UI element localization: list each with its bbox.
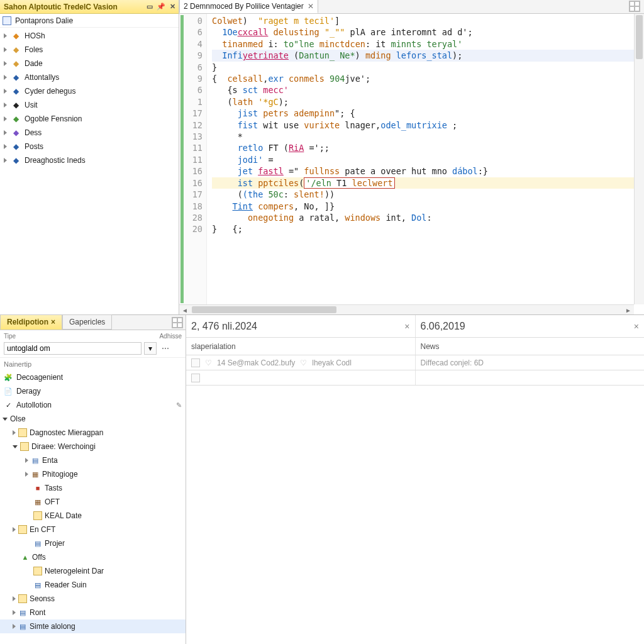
nav-tree-item[interactable]: Dagnostec Mieragpan bbox=[0, 426, 186, 440]
expand-icon[interactable] bbox=[4, 89, 7, 94]
folder-icon bbox=[33, 511, 42, 520]
item-label: Attontallys bbox=[25, 73, 59, 82]
category-label: Autollotion bbox=[16, 401, 52, 409]
expand-icon[interactable] bbox=[4, 47, 7, 52]
section-label: Nainertip bbox=[0, 358, 186, 370]
file-tab[interactable]: 2 Demnmoced By Polilice Ventagier ✕ bbox=[179, 0, 318, 13]
nav-label: Projer bbox=[45, 539, 65, 548]
scroll-left-icon[interactable]: ◄ bbox=[180, 306, 189, 314]
expand-icon[interactable] bbox=[4, 116, 7, 121]
code-text[interactable]: Colwet) "raget m tecil'] 1Oecxcall delus… bbox=[207, 14, 634, 235]
pin-icon[interactable]: 📌 bbox=[156, 2, 166, 12]
project-item[interactable]: ◆ Attontallys bbox=[0, 70, 179, 84]
vertical-scrollbar[interactable] bbox=[634, 14, 644, 304]
expand-icon[interactable] bbox=[4, 158, 7, 163]
label-address: Adhisse bbox=[159, 333, 182, 340]
nav-tree-item[interactable]: Olse bbox=[0, 412, 186, 426]
expand-icon[interactable] bbox=[13, 430, 16, 435]
category-item[interactable]: 📄 Deragy bbox=[0, 384, 186, 398]
tab-reldipotion[interactable]: Reldipotion × bbox=[0, 314, 62, 330]
expand-icon[interactable] bbox=[13, 527, 16, 532]
nav-label: Phitogioge bbox=[42, 470, 78, 479]
expand-icon[interactable] bbox=[4, 130, 7, 135]
project-item[interactable]: ◆ Posts bbox=[0, 140, 179, 153]
nav-tree-item[interactable]: ■Tasts bbox=[0, 481, 186, 495]
nav-tree-item[interactable]: Seonss bbox=[0, 592, 186, 606]
close-icon[interactable]: ✕ bbox=[167, 2, 177, 12]
project-item[interactable]: ◆ Dade bbox=[0, 57, 179, 70]
project-item[interactable]: ◆ Cyder dehegus bbox=[0, 84, 179, 98]
nav-tree-item[interactable]: ▤Enta bbox=[0, 453, 186, 467]
nav-tree-item[interactable]: ▤Reader Suin bbox=[0, 578, 186, 592]
folder-icon bbox=[18, 428, 27, 437]
item-label: Dade bbox=[25, 59, 43, 68]
tab-close-icon[interactable]: × bbox=[51, 318, 55, 326]
nav-tree-item[interactable]: ▤Projer bbox=[0, 536, 186, 550]
file-icon: ▤ bbox=[33, 580, 42, 589]
expand-icon[interactable] bbox=[13, 596, 16, 601]
close-icon[interactable]: × bbox=[634, 321, 639, 331]
expand-icon[interactable] bbox=[4, 61, 7, 66]
nav-tree-item[interactable]: KEAL Date bbox=[0, 509, 186, 523]
item-icon: ◆ bbox=[11, 45, 21, 55]
category-item[interactable]: ✓ Autollotion ✎ bbox=[0, 398, 186, 412]
item-label: HOSh bbox=[25, 31, 45, 40]
split-view-icon[interactable] bbox=[629, 1, 640, 12]
expand-icon[interactable] bbox=[25, 458, 28, 463]
tab-close-icon[interactable]: ✕ bbox=[308, 2, 314, 11]
project-item[interactable]: ◆ Foles bbox=[0, 43, 179, 57]
item-icon: ◆ bbox=[11, 142, 21, 152]
heart-icon[interactable]: ♡ bbox=[205, 358, 212, 367]
panel-titlebar[interactable]: Sahon Alptoutic TredelC Vasion ▭ 📌 ✕ bbox=[0, 0, 179, 14]
nav-tree-item[interactable]: ▦Phitogioge bbox=[0, 467, 186, 481]
nav-tree-item[interactable]: Neterogeleint Dar bbox=[0, 564, 186, 578]
category-item[interactable]: 🧩 Decoagenient bbox=[0, 370, 186, 384]
expand-icon[interactable] bbox=[4, 33, 7, 38]
expand-icon[interactable] bbox=[25, 472, 28, 477]
edit-icon[interactable]: ✎ bbox=[176, 401, 182, 409]
scroll-right-icon[interactable]: ► bbox=[624, 306, 633, 314]
navigator-tabs: Reldipotion × Gapericles bbox=[0, 315, 186, 330]
project-item[interactable]: ◆ Dreaghostic Ineds bbox=[0, 153, 179, 167]
heart-icon[interactable]: ♡ bbox=[300, 358, 307, 367]
expand-icon[interactable] bbox=[4, 103, 7, 108]
nav-tree-item[interactable]: En CFT bbox=[0, 523, 186, 536]
h-thumb[interactable] bbox=[192, 306, 336, 313]
solution-root[interactable]: Pontaprons Dalie bbox=[0, 14, 179, 28]
compare-date: 2, 476 nli.2024 bbox=[191, 321, 257, 332]
minimize-icon[interactable]: ▭ bbox=[145, 2, 155, 12]
nav-tree-item[interactable]: ▤Ront bbox=[0, 606, 186, 619]
v-thumb[interactable] bbox=[636, 15, 643, 59]
more-options-icon[interactable]: ⋯ bbox=[159, 344, 172, 353]
close-icon[interactable]: × bbox=[404, 321, 409, 331]
folder-icon bbox=[33, 567, 42, 575]
collapse-icon[interactable] bbox=[3, 418, 8, 421]
compare-right-subtitle: News bbox=[416, 338, 645, 355]
expand-icon[interactable] bbox=[13, 624, 16, 629]
filter-input[interactable] bbox=[4, 342, 142, 355]
nav-tree-item[interactable]: Diraee: Werchoingi bbox=[0, 440, 186, 453]
collapse-icon[interactable] bbox=[13, 445, 18, 448]
split-view-icon[interactable] bbox=[172, 317, 183, 328]
expand-icon[interactable] bbox=[13, 610, 16, 615]
compare-left-header[interactable]: 2, 476 nli.2024 × bbox=[186, 315, 416, 337]
item-icon: ◆ bbox=[11, 72, 21, 82]
item-icon: ◆ bbox=[11, 128, 21, 138]
tab-label: Reldipotion bbox=[7, 318, 48, 326]
nav-tree-item[interactable]: ▦OFT bbox=[0, 495, 186, 509]
project-item[interactable]: ◆ Ogoble Fensnion bbox=[0, 112, 179, 126]
nav-tree-item[interactable]: ▤Simte alolong bbox=[0, 619, 186, 633]
nav-label: Olse bbox=[10, 414, 26, 423]
tab-gapericles[interactable]: Gapericles bbox=[62, 314, 112, 330]
expand-icon[interactable] bbox=[4, 75, 7, 80]
compare-right-header[interactable]: 6.06,2019 × bbox=[416, 315, 645, 337]
nav-tree-item[interactable]: ▲Offs bbox=[0, 550, 186, 564]
project-item[interactable]: ◆ Dess bbox=[0, 126, 179, 140]
horizontal-scrollbar[interactable]: ◄ ► bbox=[179, 304, 634, 314]
code-area[interactable]: 064969611712131111161617182820 Colwet) "… bbox=[179, 14, 644, 314]
compare-date: 6.06,2019 bbox=[421, 321, 465, 332]
expand-icon[interactable] bbox=[4, 144, 7, 149]
project-item[interactable]: ◆ Usit bbox=[0, 98, 179, 112]
dropdown-toggle-icon[interactable]: ▾ bbox=[144, 342, 157, 355]
project-item[interactable]: ◆ HOSh bbox=[0, 29, 179, 43]
